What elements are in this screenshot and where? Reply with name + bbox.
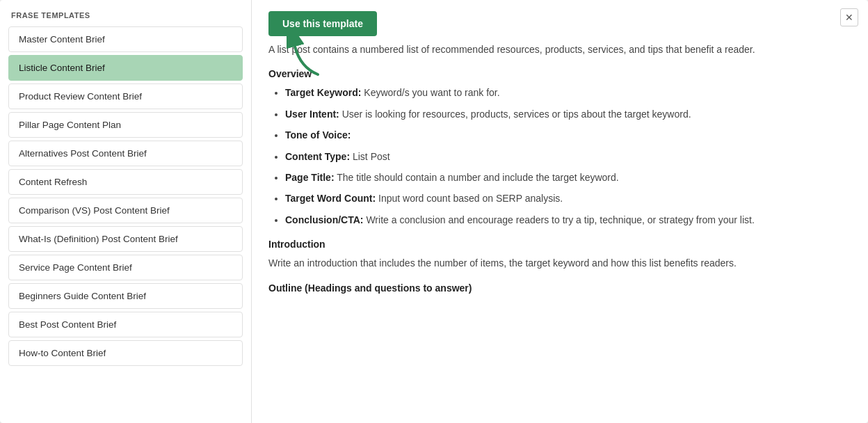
sidebar-item-listicle-content-brief[interactable]: Listicle Content Brief xyxy=(8,55,243,81)
intro-text: A list post contains a numbered list of … xyxy=(268,42,851,57)
sidebar: FRASE TEMPLATES Master Content BriefList… xyxy=(0,0,252,423)
sidebar-item-comparison-vs-post-content-brief[interactable]: Comparison (VS) Post Content Brief xyxy=(8,198,243,223)
arrow-icon xyxy=(287,36,328,78)
sidebar-item-master-content-brief[interactable]: Master Content Brief xyxy=(8,26,243,52)
bullet-item: Target Word Count: Input word count base… xyxy=(285,191,851,206)
sidebar-title: FRASE TEMPLATES xyxy=(8,11,243,19)
sidebar-item-beginners-guide-content-brief[interactable]: Beginners Guide Content Brief xyxy=(8,283,243,309)
sidebar-item-pillar-page-content-plan[interactable]: Pillar Page Content Plan xyxy=(8,112,243,138)
overview-heading: Overview xyxy=(268,68,851,79)
overview-bullet-list: Target Keyword: Keyword/s you want to ra… xyxy=(268,85,851,228)
sidebar-item-service-page-content-brief[interactable]: Service Page Content Brief xyxy=(8,255,243,280)
outline-heading: Outline (Headings and questions to answe… xyxy=(268,282,851,294)
sidebar-item-content-refresh[interactable]: Content Refresh xyxy=(8,169,243,195)
introduction-text: Write an introduction that includes the … xyxy=(268,255,851,271)
bullet-item: Tone of Voice: xyxy=(285,127,851,143)
sidebar-item-how-to-content-brief[interactable]: How-to Content Brief xyxy=(8,340,243,366)
use-template-button[interactable]: Use this template xyxy=(268,11,377,36)
sidebar-item-best-post-content-brief[interactable]: Best Post Content Brief xyxy=(8,312,243,337)
bullet-item: Page Title: The title should contain a n… xyxy=(285,170,851,185)
main-header: Use this template xyxy=(252,0,868,42)
sidebar-item-alternatives-post-content-brief[interactable]: Alternatives Post Content Brief xyxy=(8,141,243,166)
sidebar-item-what-is-definition-post-content-brief[interactable]: What-Is (Definition) Post Content Brief xyxy=(8,226,243,252)
introduction-heading: Introduction xyxy=(268,239,851,250)
bullet-item: Content Type: List Post xyxy=(285,149,851,164)
bullet-item: Conclusion/CTA: Write a conclusion and e… xyxy=(285,212,851,228)
bullet-item: User Intent: User is looking for resourc… xyxy=(285,106,851,122)
sidebar-item-product-review-content-brief[interactable]: Product Review Content Brief xyxy=(8,83,243,109)
bullet-item: Target Keyword: Keyword/s you want to ra… xyxy=(285,85,851,100)
main-content: A list post contains a numbered list of … xyxy=(252,42,868,423)
arrow-indicator xyxy=(287,36,328,80)
modal-container: FRASE TEMPLATES Master Content BriefList… xyxy=(0,0,868,423)
main-panel: ✕ Use this template A list post conta xyxy=(252,0,868,423)
